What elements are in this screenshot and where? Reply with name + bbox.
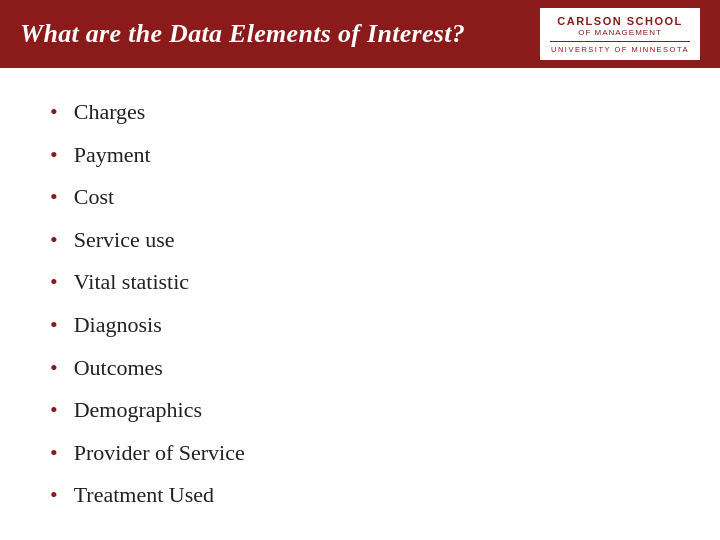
list-item: •Diagnosis [50,311,680,340]
list-item: •Outcomes [50,354,680,383]
bullet-dot-icon: • [50,396,58,425]
bullet-dot-icon: • [50,268,58,297]
bullet-dot-icon: • [50,98,58,127]
list-item: •Service use [50,226,680,255]
bullet-dot-icon: • [50,439,58,468]
list-item: •Demographics [50,396,680,425]
list-item: •Provider of Service [50,439,680,468]
bullet-dot-icon: • [50,226,58,255]
logo-box: CARLSON SCHOOLOF MANAGEMENT University o… [540,8,700,61]
bullet-dot-icon: • [50,141,58,170]
bullet-label: Treatment Used [74,481,214,510]
bullet-label: Cost [74,183,114,212]
list-item: •Cost [50,183,680,212]
bullet-dot-icon: • [50,183,58,212]
carlson-logo: CARLSON SCHOOLOF MANAGEMENT [557,14,683,39]
header-bar: What are the Data Elements of Interest? … [0,0,720,68]
content-area: •Charges•Payment•Cost•Service use•Vital … [0,68,720,540]
slide-title: What are the Data Elements of Interest? [20,19,465,49]
bullet-dot-icon: • [50,354,58,383]
bullet-label: Provider of Service [74,439,245,468]
bullet-label: Demographics [74,396,202,425]
list-item: •Vital statistic [50,268,680,297]
list-item: •Treatment Used [50,481,680,510]
logo-divider [550,41,690,42]
bullet-dot-icon: • [50,481,58,510]
bullet-label: Diagnosis [74,311,162,340]
bullet-label: Vital statistic [74,268,189,297]
list-item: •Charges [50,98,680,127]
bullet-label: Service use [74,226,175,255]
bullet-dot-icon: • [50,311,58,340]
umn-logo: University of Minnesota [551,45,689,54]
bullet-list: •Charges•Payment•Cost•Service use•Vital … [50,98,680,524]
list-item: •Payment [50,141,680,170]
slide: What are the Data Elements of Interest? … [0,0,720,540]
bullet-label: Outcomes [74,354,163,383]
bullet-label: Payment [74,141,151,170]
bullet-label: Charges [74,98,146,127]
